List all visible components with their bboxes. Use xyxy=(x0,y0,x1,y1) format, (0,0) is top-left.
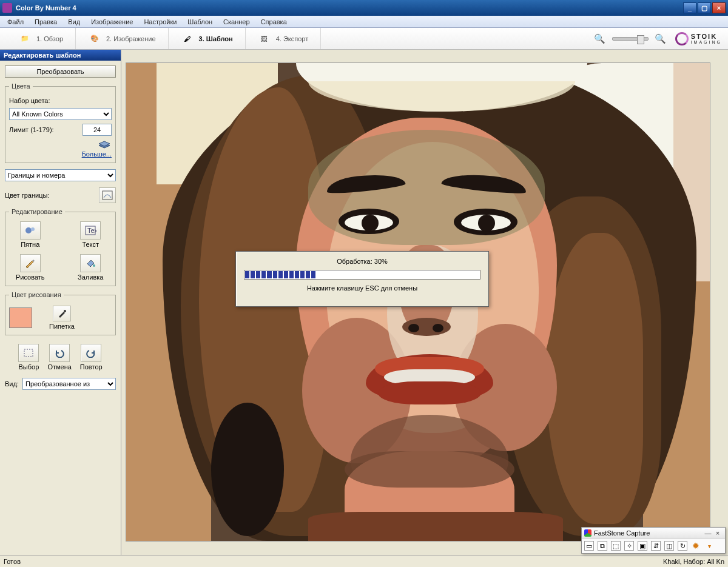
menu-image[interactable]: Изображение xyxy=(86,17,138,27)
svg-rect-0 xyxy=(103,191,112,200)
step-toolbar: 📁 1. Обзор 🎨 2. Изображение 🖌 3. Шаблон … xyxy=(0,28,728,50)
menu-settings[interactable]: Настройки xyxy=(139,17,181,27)
capture-scroll-icon[interactable]: ⇵ xyxy=(651,541,661,551)
select-button[interactable] xyxy=(18,344,39,362)
pipette-button[interactable] xyxy=(53,306,71,321)
color-set-combo[interactable]: All Known Colors xyxy=(9,108,112,120)
preview-canvas[interactable]: Обработка: 30% Нажмите клавишу ESC для о… xyxy=(126,63,710,541)
progress-fill xyxy=(245,271,315,278)
app-icon xyxy=(2,3,12,13)
svg-point-1 xyxy=(25,227,32,233)
brand-logo: STOIK IMAGING xyxy=(675,32,722,45)
pipette-icon xyxy=(56,308,67,319)
logo-sub: IMAGING xyxy=(691,40,722,44)
zoom-in-icon[interactable]: 🔍 xyxy=(655,33,667,45)
menu-view[interactable]: Вид xyxy=(63,17,85,27)
colors-legend: Цвета xyxy=(9,82,33,90)
menu-scanner[interactable]: Сканнер xyxy=(218,17,255,27)
tool-spots[interactable] xyxy=(20,221,41,240)
select-label: Выбор xyxy=(18,363,39,371)
faststone-icon xyxy=(584,529,592,537)
borders-combo[interactable]: Границы и номера xyxy=(5,169,116,181)
tool-text[interactable]: Text xyxy=(80,221,101,240)
pencil-icon xyxy=(24,258,36,269)
logo-brand: STOIK xyxy=(691,33,717,40)
spots-icon xyxy=(24,225,36,236)
tool-label: Текст xyxy=(82,241,99,248)
tool-fill[interactable] xyxy=(80,254,101,272)
menu-file[interactable]: Файл xyxy=(2,17,29,27)
tool-draw[interactable] xyxy=(20,254,41,272)
bucket-icon xyxy=(84,258,96,269)
border-color-label: Цвет границы: xyxy=(5,192,49,199)
progress-label: Обработка: 30% xyxy=(337,258,388,265)
folder-icon: 📁 xyxy=(18,32,32,45)
step-export[interactable]: 🖼 4. Экспорт xyxy=(246,28,322,49)
progress-hint: Нажмите клавишу ESC для отмены xyxy=(307,284,417,292)
undo-button[interactable] xyxy=(49,344,70,362)
sidebar-header: Редактировать шаблон xyxy=(0,50,121,61)
limit-spinner[interactable] xyxy=(83,124,112,136)
view-combo[interactable]: Преобразованное из xyxy=(22,378,116,390)
faststone-toolbar[interactable]: FastStone Capture — × ▭ ⧉ ⬚ ✧ ▣ ⇵ ◫ ↻ ✹ … xyxy=(581,527,726,554)
minimize-button[interactable]: _ xyxy=(683,2,696,13)
brush-icon: 🖌 xyxy=(181,32,194,45)
step-overview[interactable]: 📁 1. Обзор xyxy=(6,28,76,49)
svg-point-6 xyxy=(64,310,66,312)
capture-object-icon[interactable]: ⧉ xyxy=(598,541,607,551)
progress-bar xyxy=(244,270,480,280)
faststone-title: FastStone Capture xyxy=(594,529,650,537)
zoom-out-icon[interactable]: 🔍 xyxy=(594,33,606,45)
step-label: 3. Шаблон xyxy=(199,35,233,42)
faststone-minimize[interactable]: — xyxy=(703,529,713,537)
select-icon xyxy=(23,348,34,358)
menu-help[interactable]: Справка xyxy=(256,17,292,27)
step-label: 1. Обзор xyxy=(36,35,63,42)
status-left: Готов xyxy=(4,558,21,565)
text-icon: Text xyxy=(84,225,96,236)
svg-text:Text: Text xyxy=(87,227,96,234)
undo-label: Отмена xyxy=(47,363,71,371)
menu-template[interactable]: Шаблон xyxy=(183,17,217,27)
convert-button[interactable]: Преобразовать xyxy=(5,65,116,78)
draw-color-group: Цвет рисования Пипетка xyxy=(5,291,116,335)
maximize-button[interactable]: ▢ xyxy=(698,2,711,13)
svg-point-2 xyxy=(31,227,35,231)
redo-icon xyxy=(86,348,96,358)
border-color-button[interactable] xyxy=(99,187,116,203)
undo-icon xyxy=(54,348,65,358)
color-set-label: Набор цвета: xyxy=(9,97,50,104)
step-image[interactable]: 🎨 2. Изображение xyxy=(76,28,169,49)
capture-repeat-icon[interactable]: ↻ xyxy=(678,541,687,551)
output-menu-icon[interactable]: ▾ xyxy=(704,541,714,551)
settings-icon[interactable]: ✹ xyxy=(691,541,701,551)
capture-rect-icon[interactable]: ⬚ xyxy=(611,541,621,551)
step-template[interactable]: 🖌 3. Шаблон xyxy=(169,28,246,49)
easel-icon: 🖼 xyxy=(258,32,271,45)
draw-color-swatch[interactable] xyxy=(9,307,32,328)
more-link[interactable]: Больше... xyxy=(82,150,112,158)
tool-label: Рисовать xyxy=(16,273,45,281)
status-right: Khaki, Набор: All Kn xyxy=(663,558,724,565)
zoom-slider[interactable] xyxy=(612,37,649,41)
redo-button[interactable] xyxy=(81,344,101,362)
redo-label: Повтор xyxy=(80,363,103,371)
step-label: 4. Экспорт xyxy=(276,35,309,42)
progress-dialog: Обработка: 30% Нажмите клавишу ESC для о… xyxy=(235,251,489,307)
menu-edit[interactable]: Правка xyxy=(30,17,62,27)
capture-fixed-icon[interactable]: ◫ xyxy=(664,541,674,551)
color-picker-icon xyxy=(102,190,113,200)
tool-label: Заливка xyxy=(78,273,103,281)
capture-fullscreen-icon[interactable]: ▣ xyxy=(638,541,647,551)
editing-legend: Редактирование xyxy=(9,208,65,215)
window-title: Color By Number 4 xyxy=(16,4,682,12)
close-button[interactable]: × xyxy=(712,2,726,13)
capture-window-icon[interactable]: ▭ xyxy=(584,541,594,551)
svg-rect-7 xyxy=(24,349,33,357)
menu-bar: Файл Правка Вид Изображение Настройки Ша… xyxy=(0,16,728,28)
faststone-close[interactable]: × xyxy=(713,529,723,537)
stack-icon xyxy=(97,139,112,149)
step-label: 2. Изображение xyxy=(106,35,156,42)
capture-freehand-icon[interactable]: ✧ xyxy=(624,541,634,551)
status-bar: Готов Khaki, Набор: All Kn xyxy=(0,555,728,567)
